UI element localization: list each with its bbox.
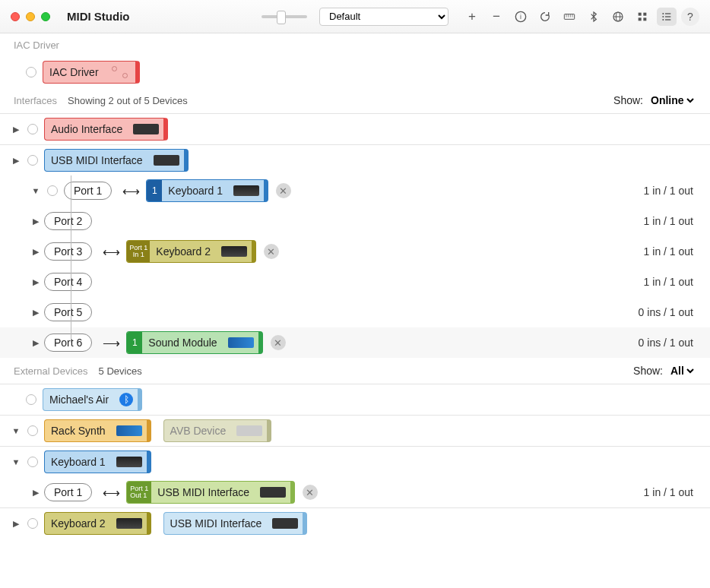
section-subtitle: Showing 2 out of 5 Devices bbox=[68, 95, 188, 106]
device-thumb-icon bbox=[128, 124, 163, 134]
svg-rect-10 bbox=[639, 12, 642, 15]
section-external-header: External Devices 5 Devices Show: All bbox=[0, 358, 710, 384]
section-iac-header: IAC Driver bbox=[0, 33, 710, 57]
select-radio[interactable] bbox=[47, 185, 58, 196]
chevron-down-icon[interactable]: ▼ bbox=[30, 185, 41, 196]
disconnect-button[interactable]: ✕ bbox=[264, 244, 279, 259]
disconnect-button[interactable]: ✕ bbox=[276, 183, 291, 198]
device-chip-usb-midi-ref[interactable]: USB MIDI Interface bbox=[163, 512, 308, 535]
chevron-right-icon[interactable]: ▶ bbox=[30, 246, 41, 257]
port-chip[interactable]: Port 5 bbox=[44, 303, 92, 321]
port-row[interactable]: ▶ Port 5 0 ins / 1 out bbox=[0, 297, 710, 327]
svg-text:i: i bbox=[520, 13, 521, 21]
device-chip-avb[interactable]: AVB Device bbox=[163, 419, 272, 442]
device-thumb-icon bbox=[223, 337, 258, 348]
attached-device[interactable]: 1 Sound Module bbox=[126, 331, 262, 354]
device-row-rack-synth[interactable]: ▼ Rack Synth AVB Device bbox=[0, 416, 710, 446]
port-chip[interactable]: Port 3 bbox=[44, 242, 92, 261]
section-label: IAC Driver bbox=[14, 40, 59, 51]
bluetooth-icon[interactable] bbox=[584, 8, 604, 26]
port-row[interactable]: ▶ Port 3 ⟷ Port 1 In 1 Keyboard 2 ✕ 1 in… bbox=[0, 236, 710, 267]
port-chip[interactable]: Port 6 bbox=[44, 334, 92, 352]
select-radio[interactable] bbox=[27, 124, 38, 134]
device-chip-iac-driver[interactable]: IAC Driver bbox=[43, 61, 140, 84]
device-row-keyboard-2[interactable]: ▶ Keyboard 2 USB MIDI Interface bbox=[0, 508, 710, 539]
port-row[interactable]: ▼ Port 1 ⟷ 1 Keyboard 1 ✕ 1 in / 1 out bbox=[0, 175, 710, 206]
window-controls bbox=[11, 12, 50, 21]
section-subtitle: 5 Devices bbox=[99, 365, 142, 377]
show-filter-select[interactable]: Online bbox=[648, 93, 696, 107]
fullscreen-button[interactable] bbox=[41, 12, 50, 21]
attached-device[interactable]: 1 Keyboard 1 bbox=[146, 179, 268, 202]
attached-device[interactable]: Port 1 In 1 Keyboard 2 bbox=[126, 240, 256, 263]
chevron-right-icon[interactable]: ▶ bbox=[30, 216, 41, 226]
remove-device-button[interactable]: − bbox=[487, 8, 506, 26]
list-view-button[interactable] bbox=[657, 8, 677, 26]
select-radio[interactable] bbox=[27, 518, 38, 529]
port-row[interactable]: ▶ Port 6 ⟶ 1 Sound Module ✕ 0 ins / 1 ou… bbox=[0, 327, 710, 358]
help-button[interactable]: ? bbox=[681, 8, 699, 26]
port-row[interactable]: ▶ Port 4 1 in / 1 out bbox=[0, 267, 710, 297]
disconnect-button[interactable]: ✕ bbox=[303, 485, 318, 500]
svg-point-16 bbox=[662, 16, 664, 17]
device-chip-usb-midi-interface[interactable]: USB MIDI Interface bbox=[44, 149, 189, 172]
network-icon[interactable] bbox=[608, 8, 628, 26]
device-chip-keyboard-1[interactable]: Keyboard 1 bbox=[44, 450, 151, 473]
select-radio[interactable] bbox=[27, 457, 38, 467]
window-title: MIDI Studio bbox=[67, 10, 130, 23]
icon-view-button[interactable] bbox=[632, 8, 652, 26]
io-status: 1 in / 1 out bbox=[644, 185, 705, 197]
chevron-right-icon[interactable]: ▶ bbox=[11, 155, 21, 166]
attached-device[interactable]: Port 1 Out 1 USB MIDI Interface bbox=[126, 481, 295, 504]
device-row-keyboard-1[interactable]: ▼ Keyboard 1 bbox=[0, 447, 710, 477]
chevron-right-icon[interactable]: ▶ bbox=[11, 124, 21, 134]
show-label: Show: bbox=[633, 365, 663, 377]
io-status: 0 ins / 1 out bbox=[639, 306, 705, 318]
device-row-usb-midi[interactable]: ▶ USB MIDI Interface bbox=[0, 145, 710, 175]
device-chip-rack-synth[interactable]: Rack Synth bbox=[44, 419, 151, 442]
port-row[interactable]: ▶ Port 1 ⟷ Port 1 Out 1 USB MIDI Interfa… bbox=[0, 477, 710, 507]
bidirectional-icon: ⟷ bbox=[103, 485, 120, 500]
device-row-audio-interface[interactable]: ▶ Audio Interface bbox=[0, 114, 710, 144]
chevron-right-icon[interactable]: ▶ bbox=[30, 487, 41, 498]
port-chip[interactable]: Port 4 bbox=[44, 273, 92, 291]
keyboard-icon[interactable] bbox=[559, 8, 579, 26]
configuration-select[interactable]: Default bbox=[319, 8, 449, 26]
device-chip-audio-interface[interactable]: Audio Interface bbox=[44, 118, 168, 141]
device-chip-keyboard-2[interactable]: Keyboard 2 bbox=[44, 512, 151, 535]
io-status: 1 in / 1 out bbox=[644, 245, 705, 258]
select-radio[interactable] bbox=[26, 67, 36, 77]
device-chip-michaels-air[interactable]: Michael's Air ᛒ bbox=[43, 388, 142, 411]
device-thumb-icon bbox=[149, 155, 184, 166]
svg-point-18 bbox=[662, 19, 664, 21]
iac-graph-icon bbox=[105, 65, 135, 80]
select-radio[interactable] bbox=[26, 394, 36, 405]
chevron-down-icon[interactable]: ▼ bbox=[11, 457, 21, 467]
svg-rect-11 bbox=[643, 12, 646, 15]
chevron-down-icon[interactable]: ▼ bbox=[11, 425, 21, 436]
device-row-iac[interactable]: IAC Driver bbox=[0, 57, 710, 87]
port-chip[interactable]: Port 2 bbox=[44, 212, 92, 230]
rescan-icon[interactable] bbox=[535, 8, 555, 26]
chevron-right-icon[interactable]: ▶ bbox=[11, 518, 21, 529]
show-filter-select[interactable]: All bbox=[667, 364, 696, 378]
chevron-right-icon[interactable]: ▶ bbox=[30, 337, 41, 348]
add-device-button[interactable]: + bbox=[462, 8, 482, 26]
chevron-right-icon[interactable]: ▶ bbox=[30, 277, 41, 287]
section-label: External Devices bbox=[14, 365, 88, 377]
port-row[interactable]: ▶ Port 2 1 in / 1 out bbox=[0, 206, 710, 236]
device-row-michaels-air[interactable]: Michael's Air ᛒ bbox=[0, 384, 710, 415]
disconnect-button[interactable]: ✕ bbox=[271, 335, 286, 350]
select-radio[interactable] bbox=[27, 425, 38, 436]
close-button[interactable] bbox=[11, 12, 20, 21]
icon-size-slider[interactable] bbox=[261, 15, 307, 18]
device-thumb-icon bbox=[232, 425, 267, 436]
port-chip[interactable]: Port 1 bbox=[44, 483, 92, 501]
device-thumb-icon bbox=[112, 425, 147, 436]
titlebar: MIDI Studio Default + − i ? bbox=[0, 0, 710, 33]
minimize-button[interactable] bbox=[26, 12, 35, 21]
io-status: 1 in / 1 out bbox=[644, 215, 705, 227]
chevron-right-icon[interactable]: ▶ bbox=[30, 307, 41, 318]
info-icon[interactable]: i bbox=[511, 8, 531, 26]
select-radio[interactable] bbox=[27, 155, 38, 166]
